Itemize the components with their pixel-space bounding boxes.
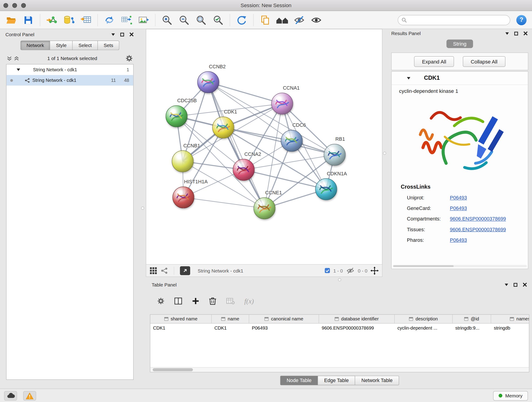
search-box[interactable]: [398, 15, 510, 25]
maximize-window-button[interactable]: [21, 3, 26, 8]
crosslink-value-link[interactable]: P06493: [450, 205, 467, 211]
zoom-in-button[interactable]: [159, 13, 175, 27]
node-CCNB2[interactable]: [197, 71, 219, 93]
table-settings-gear-icon[interactable]: [157, 297, 165, 305]
close-panel-icon[interactable]: [523, 283, 527, 287]
splitter-handle[interactable]: [338, 278, 341, 281]
close-panel-icon[interactable]: [524, 32, 528, 36]
tab-network[interactable]: Network: [20, 41, 50, 50]
protein-card-header[interactable]: CDK1: [392, 71, 528, 85]
table-cell-database-identifier[interactable]: 9606.ENSP00000378699: [319, 324, 394, 333]
node-CCNE1[interactable]: [254, 197, 275, 219]
delete-column-trash-icon[interactable]: [209, 297, 216, 305]
node-CCNA2[interactable]: [233, 159, 254, 181]
splitter-handle[interactable]: [141, 206, 144, 210]
expand-all-button[interactable]: Expand All: [414, 56, 454, 67]
tab-string[interactable]: String: [447, 40, 473, 48]
panel-menu-icon[interactable]: [505, 283, 508, 286]
table-cell-shared-name[interactable]: CDK1: [150, 324, 212, 333]
float-panel-icon[interactable]: [514, 32, 518, 35]
expand-collapse-icon[interactable]: [17, 69, 20, 71]
table-cell-description[interactable]: cyclin-dependent ...: [395, 324, 453, 333]
search-input[interactable]: [409, 17, 506, 23]
expand-all-icon[interactable]: [14, 56, 19, 61]
crosslink-value-link[interactable]: P06493: [450, 195, 467, 200]
tab-network-table[interactable]: Network Table: [355, 376, 399, 385]
edge-CCNB2-CCNB1[interactable]: [183, 82, 208, 161]
new-network-from-table-button[interactable]: [119, 13, 134, 27]
splitter-handle[interactable]: [383, 152, 386, 155]
cloud-button[interactable]: [4, 391, 17, 400]
show-columns-icon[interactable]: [174, 297, 182, 305]
minimize-window-button[interactable]: [12, 3, 17, 8]
network-share-icon[interactable]: [161, 267, 168, 274]
float-panel-icon[interactable]: [120, 32, 124, 36]
table-cell-canonical-name[interactable]: P06493: [249, 324, 319, 333]
zoom-out-button[interactable]: [176, 13, 192, 27]
export-image-button[interactable]: [136, 13, 151, 27]
card-scrollbar-thumb[interactable]: [393, 265, 454, 267]
collapse-all-button[interactable]: Collapse All: [463, 56, 505, 67]
import-network-from-file-button[interactable]: [44, 13, 60, 27]
node-CCNB1[interactable]: [172, 150, 194, 172]
column-header--id[interactable]: @id: [452, 315, 491, 323]
table-cell--id[interactable]: stringdb:9...: [452, 324, 491, 333]
close-window-button[interactable]: [3, 3, 8, 8]
table-cell-name[interactable]: CDK1: [212, 324, 249, 333]
node-CDKN1A[interactable]: [315, 178, 337, 200]
warnings-button[interactable]: [23, 391, 36, 400]
crosslink-value-link[interactable]: 9606.ENSP00000378699: [450, 216, 506, 221]
card-scrollbar[interactable]: [393, 265, 527, 267]
import-network-from-database-button[interactable]: [61, 13, 76, 27]
table-horizontal-scrollbar[interactable]: [150, 367, 529, 372]
save-session-button[interactable]: [20, 13, 36, 27]
tab-node-table[interactable]: Node Table: [280, 376, 318, 385]
node-RB1[interactable]: [324, 144, 346, 166]
hidden-eye-slash-icon[interactable]: [346, 267, 355, 274]
column-header-canonical-name[interactable]: canonical name: [249, 315, 319, 323]
panel-menu-icon[interactable]: [505, 32, 509, 35]
detach-view-button[interactable]: [180, 266, 190, 275]
close-panel-icon[interactable]: [129, 32, 133, 36]
column-header-database-identifier[interactable]: database identifier: [319, 315, 394, 323]
crosslink-value-link[interactable]: 9606.ENSP00000378699: [450, 226, 506, 232]
network-row-selected[interactable]: String Network - cdk1 11 48: [6, 75, 133, 85]
zoom-selected-button[interactable]: [210, 13, 226, 27]
delete-table-icon[interactable]: [226, 297, 235, 305]
tab-edge-table[interactable]: Edge Table: [318, 376, 355, 385]
copy-button[interactable]: [257, 13, 273, 27]
float-panel-icon[interactable]: [514, 283, 517, 287]
node-CDC25B[interactable]: [166, 105, 187, 127]
column-header-description[interactable]: description: [395, 315, 453, 323]
network-canvas[interactable]: CCNB2CCNA1CDC25BCDK1CDC6RB1CCNB1CCNA2CDK…: [146, 29, 382, 264]
show-all-button[interactable]: [308, 13, 324, 27]
column-header-shared-name[interactable]: shared name: [150, 315, 212, 323]
collapse-all-icon[interactable]: [7, 56, 12, 61]
help-button[interactable]: ?: [516, 15, 527, 25]
memory-button[interactable]: Memory: [493, 391, 528, 400]
network-overview-button[interactable]: [274, 13, 290, 27]
scrollbar-thumb[interactable]: [152, 368, 193, 371]
collapse-section-icon[interactable]: [407, 77, 410, 79]
gear-icon[interactable]: [125, 55, 133, 62]
edge-CCNB2-CCNE1[interactable]: [208, 82, 264, 208]
column-header-namespace[interactable]: namespace: [491, 315, 530, 323]
panel-menu-icon[interactable]: [111, 33, 115, 36]
table-cell-namespace[interactable]: stringdb: [491, 324, 530, 333]
tab-sets[interactable]: Sets: [98, 41, 119, 50]
pan-crosshair-icon[interactable]: [370, 266, 379, 274]
crosslink-value-link[interactable]: P06493: [450, 237, 467, 243]
grid-view-icon[interactable]: [150, 267, 157, 274]
tab-select[interactable]: Select: [73, 41, 98, 50]
column-header-name[interactable]: name: [212, 315, 249, 323]
import-table-from-file-button[interactable]: [78, 13, 94, 27]
network-collection-row[interactable]: String Network - cdk1 1: [6, 64, 133, 75]
clone-network-button[interactable]: [101, 13, 117, 27]
edge-CCNB2-CCNA1[interactable]: [208, 82, 282, 104]
zoom-fit-button[interactable]: [193, 13, 209, 27]
node-CDK1[interactable]: [212, 117, 234, 138]
node-CDC6[interactable]: [281, 130, 303, 152]
add-column-plus-icon[interactable]: [192, 297, 199, 305]
node-CCNA1[interactable]: [271, 93, 293, 115]
open-session-button[interactable]: [3, 13, 19, 27]
